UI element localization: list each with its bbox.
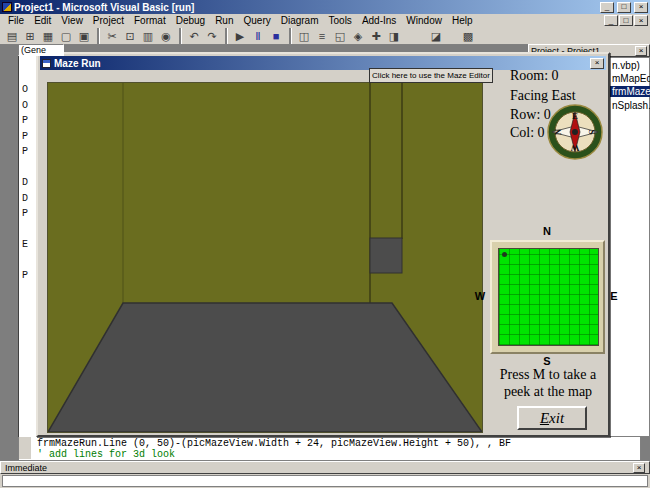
exit-label-rest: xit [549,410,564,426]
project-explorer-button[interactable]: ◫ [295,28,313,44]
menubar: File Edit View Project Format Debug Run … [0,14,650,27]
add-form-button[interactable]: ⊞ [21,28,39,44]
compass-rose: E S W N [547,104,603,160]
immediate-close-button[interactable]: × [633,463,645,473]
mdi-minimize-button[interactable]: _ [604,15,618,26]
toolbar-separator [179,28,181,44]
mdi-restore-button[interactable]: □ [619,15,633,26]
object-browser-button[interactable]: ◈ [349,28,367,44]
maze-close-button[interactable]: × [590,58,604,69]
project-tree-item-selected[interactable]: frmMazeR [610,86,650,97]
toolbox-button[interactable]: ✚ [367,28,385,44]
object-combo[interactable]: (Gene [18,44,64,56]
code-fragment-letters: O O P P P D D P E P [22,82,36,284]
end-button[interactable]: ■ [267,28,285,44]
immediate-titlebar: Immediate × [0,461,650,474]
code-window-left-strip: O O P P P D D P E P [18,56,36,437]
compass-hub [572,129,578,135]
redo-button[interactable]: ↷ [203,28,221,44]
project-tree-item[interactable]: nSplash.frm [612,100,650,111]
mini-map [490,240,605,354]
row-label: Row: 0 [510,107,551,123]
code-margin [19,437,31,459]
map-west-label: W [472,290,488,302]
form-icon [42,59,51,68]
map-hint: Press M to take a peek at the map [482,366,614,400]
map-north-label: N [539,225,555,237]
maze-3d-scene [48,83,482,432]
mdi-close-button[interactable]: × [634,15,648,26]
map-east-label: E [606,290,622,302]
table-button[interactable]: ▩ [459,28,477,44]
maximize-button[interactable]: □ [617,2,631,13]
maze-window-title: Maze Run [54,58,101,69]
immediate-title: Immediate [5,463,47,473]
save-project-button[interactable]: ▣ [75,28,93,44]
menu-debug[interactable]: Debug [171,14,210,27]
immediate-body[interactable] [2,475,648,487]
data-view-button[interactable]: ◨ [385,28,403,44]
minimize-button[interactable]: _ [600,2,614,13]
paste-button[interactable]: ▥ [139,28,157,44]
col-label: Col: 0 [510,125,545,141]
cut-button[interactable]: ✂ [103,28,121,44]
undo-button[interactable]: ↶ [185,28,203,44]
compass-letter-right: S [587,129,597,134]
menu-format[interactable]: Format [129,14,171,27]
toolbar: ▤ ⊞ ▦ ▢ ▣ ✂ ⊡ ▥ ◉ ↶ ↷ ▶ Ⅱ ■ ◫ ≡ ◱ ◈ ✚ ◨ … [0,27,650,45]
compass-letter-left: N [553,128,563,135]
map-hint-line1: Press M to take a [482,366,614,383]
menu-window[interactable]: Window [401,14,447,27]
menu-editor-button[interactable]: ▦ [39,28,57,44]
compass-letter-top: E [572,111,578,121]
maze-3d-view [47,82,483,433]
menu-file[interactable]: File [3,14,29,27]
menu-diagram[interactable]: Diagram [276,14,324,27]
maze-run-window: Maze Run × Click here to use the Maze Ed… [36,52,610,437]
break-button[interactable]: Ⅱ [249,28,267,44]
player-marker [502,252,507,257]
properties-window-button[interactable]: ≡ [313,28,331,44]
start-button[interactable]: ▶ [231,28,249,44]
toolbar-separator [289,28,291,44]
copy-button[interactable]: ⊡ [121,28,139,44]
code-comment-line: ' add lines for 3d look [37,449,175,460]
project-tree-root[interactable]: n.vbp) [612,60,640,71]
immediate-body-frame [0,474,650,488]
compass-letter-bottom: W [571,143,580,153]
mini-map-grid [498,248,599,346]
project-panel-close-button[interactable]: × [635,46,647,56]
exit-accelerator: E [540,410,549,426]
menu-project[interactable]: Project [88,14,129,27]
project-tree-item[interactable]: mMapEdit [612,73,650,84]
compass: E S W N [547,104,603,160]
screen: { "colors": { "titlebar_start": "#0a246a… [0,0,650,488]
close-button[interactable]: × [634,2,648,13]
code-window-bottom[interactable]: frmMazeRun.Line (0, 50)-(picMazeView.Wid… [18,437,641,461]
map-hint-line2: peek at the map [482,383,614,400]
main-titlebar: Project1 - Microsoft Visual Basic [run] … [0,0,650,14]
menu-addins[interactable]: Add-Ins [357,14,401,27]
menu-help[interactable]: Help [447,14,478,27]
menu-run[interactable]: Run [210,14,238,27]
add-project-button[interactable]: ▤ [3,28,21,44]
menu-edit[interactable]: Edit [29,14,56,27]
form-layout-button[interactable]: ◱ [331,28,349,44]
corridor-opening [370,238,402,273]
open-project-button[interactable]: ▢ [57,28,75,44]
room-label: Room: 0 [510,68,559,84]
app-icon [2,2,12,12]
menu-view[interactable]: View [56,14,88,27]
find-button[interactable]: ◉ [157,28,175,44]
toolbar-separator [225,28,227,44]
exit-button[interactable]: Exit [517,406,587,430]
component-button[interactable]: ◪ [427,28,445,44]
menu-tools[interactable]: Tools [324,14,357,27]
menu-query[interactable]: Query [238,14,275,27]
maze-editor-button[interactable]: Click here to use the Maze Editor [369,68,493,83]
window-title: Project1 - Microsoft Visual Basic [run] [14,2,194,13]
toolbar-separator [97,28,99,44]
code-line: frmMazeRun.Line (0, 50)-(picMazeView.Wid… [37,438,511,449]
facing-label: Facing East [510,88,576,104]
